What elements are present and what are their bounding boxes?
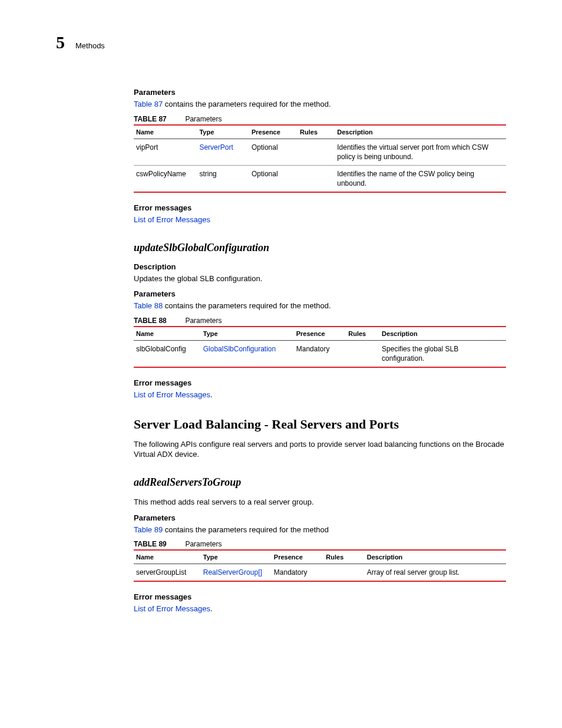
- table-89-title: TABLE 89 Parameters: [134, 539, 506, 548]
- serverport-link[interactable]: ServerPort: [199, 143, 233, 151]
- cell-name: serverGroupList: [134, 564, 201, 582]
- content-area: Parameters Table 87 contains the paramet…: [134, 88, 506, 614]
- chapter-number: 5: [56, 32, 65, 52]
- table-87-link[interactable]: Table 87: [134, 100, 163, 108]
- section-heading-slb-real: Server Load Balancing - Real Servers and…: [134, 417, 506, 432]
- th-presence: Presence: [272, 550, 323, 564]
- parameters-intro: Table 87 contains the parameters require…: [134, 99, 506, 110]
- method-heading-update: updateSlbGlobalConfiguration: [134, 242, 506, 254]
- cell-presence: Mandatory: [294, 340, 346, 367]
- table-88-caption: Parameters: [185, 317, 222, 325]
- method-heading-addreal: addRealServersToGroup: [134, 476, 506, 489]
- table-87-caption: Parameters: [185, 115, 222, 123]
- globalslbconfiguration-link[interactable]: GlobalSlbConfiguration: [203, 345, 276, 353]
- cell-rules: [297, 165, 335, 192]
- th-description: Description: [335, 125, 506, 139]
- section-intro-text: The following APIs configure real server…: [134, 439, 506, 460]
- th-rules: Rules: [346, 327, 379, 341]
- table-row: serverGroupList RealServerGroup[] Mandat…: [134, 564, 506, 582]
- cell-type: string: [197, 165, 249, 192]
- error-messages-link-row: List of Error Messages: [134, 215, 506, 225]
- th-name: Name: [134, 550, 201, 564]
- dot: .: [210, 604, 213, 613]
- table-row: slbGlobalConfig GlobalSlbConfiguration M…: [134, 340, 506, 367]
- cell-type: ServerPort: [197, 139, 249, 165]
- th-type: Type: [197, 125, 249, 139]
- error-messages-heading: Error messages: [134, 378, 506, 387]
- table-88-link[interactable]: Table 88: [134, 301, 163, 310]
- cell-description: Identifies the name of the CSW policy be…: [335, 165, 506, 192]
- table-88-title: TABLE 88 Parameters: [134, 316, 506, 325]
- cell-description: Specifies the global SLB configuration.: [379, 340, 506, 367]
- error-messages-link-row: List of Error Messages.: [134, 390, 506, 400]
- list-of-error-messages-link[interactable]: List of Error Messages: [134, 215, 210, 224]
- th-rules: Rules: [323, 550, 365, 564]
- description-heading: Description: [134, 262, 506, 271]
- th-presence: Presence: [294, 327, 346, 341]
- table-87-title: TABLE 87 Parameters: [134, 114, 506, 123]
- cell-rules: [346, 340, 379, 367]
- chapter-label: Methods: [75, 41, 105, 50]
- cell-description: Identifies the virtual server port from …: [335, 139, 506, 165]
- parameters-intro: Table 89 contains the parameters require…: [134, 525, 506, 535]
- table-87: Name Type Presence Rules Description vip…: [134, 124, 506, 193]
- th-rules: Rules: [297, 125, 335, 139]
- cell-presence: Optional: [249, 139, 297, 165]
- page-header: 5 Methods: [56, 32, 506, 52]
- th-type: Type: [201, 327, 294, 341]
- th-presence: Presence: [249, 125, 297, 139]
- table-89: Name Type Presence Rules Description ser…: [134, 549, 506, 582]
- error-messages-heading: Error messages: [134, 592, 506, 601]
- description-text: Updates the global SLB configuration.: [134, 274, 506, 284]
- method-intro-text: This method adds real servers to a real …: [134, 497, 506, 508]
- table-row: cswPolicyName string Optional Identifies…: [134, 165, 506, 192]
- page: 5 Methods Parameters Table 87 contains t…: [0, 0, 562, 728]
- parameters-intro-text: contains the parameters required for the…: [163, 100, 330, 108]
- realservergroup-link[interactable]: RealServerGroup[]: [203, 568, 262, 577]
- table-87-label: TABLE 87: [134, 115, 167, 123]
- list-of-error-messages-link[interactable]: List of Error Messages: [134, 604, 210, 613]
- table-89-caption: Parameters: [185, 540, 222, 548]
- table-89-label: TABLE 89: [134, 540, 167, 548]
- th-description: Description: [365, 550, 506, 564]
- table-88-label: TABLE 88: [134, 317, 167, 325]
- th-name: Name: [134, 327, 201, 341]
- th-type: Type: [201, 550, 272, 564]
- cell-description: Array of real server group list.: [365, 564, 506, 582]
- parameters-heading: Parameters: [134, 289, 506, 298]
- table-88: Name Type Presence Rules Description slb…: [134, 326, 506, 368]
- cell-name: cswPolicyName: [134, 165, 197, 192]
- th-description: Description: [379, 327, 506, 341]
- table-89-link[interactable]: Table 89: [134, 525, 163, 534]
- dot: .: [210, 390, 213, 399]
- cell-type: GlobalSlbConfiguration: [201, 340, 294, 367]
- cell-presence: Optional: [249, 165, 297, 192]
- parameters-heading: Parameters: [134, 88, 506, 97]
- error-messages-link-row: List of Error Messages.: [134, 604, 506, 614]
- cell-type: RealServerGroup[]: [201, 564, 272, 582]
- cell-name: vipPort: [134, 139, 197, 165]
- parameters-heading: Parameters: [134, 513, 506, 522]
- table-row: vipPort ServerPort Optional Identifies t…: [134, 139, 506, 165]
- cell-presence: Mandatory: [272, 564, 323, 582]
- parameters-intro-text: contains the parameters required for the…: [163, 525, 329, 534]
- th-name: Name: [134, 125, 197, 139]
- parameters-intro-text: contains the parameters required for the…: [163, 301, 330, 310]
- list-of-error-messages-link[interactable]: List of Error Messages: [134, 390, 210, 399]
- parameters-intro: Table 88 contains the parameters require…: [134, 301, 506, 311]
- cell-rules: [297, 139, 335, 165]
- cell-name: slbGlobalConfig: [134, 340, 201, 367]
- cell-rules: [323, 564, 365, 582]
- error-messages-heading: Error messages: [134, 203, 506, 212]
